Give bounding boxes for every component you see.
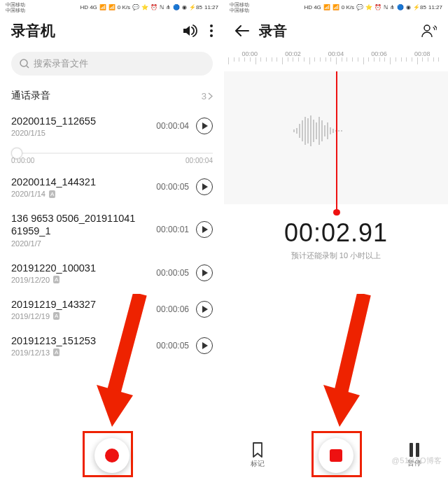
play-button[interactable] [196, 337, 213, 354]
annotation-arrow-icon [315, 294, 371, 434]
recording-title: 20200114_144321 [11, 176, 96, 188]
waveform-area[interactable] [224, 71, 448, 204]
svg-point-3 [20, 59, 27, 66]
recording-title: 20191219_143327 [11, 298, 96, 311]
watermark: @51CTO博客 [392, 456, 442, 466]
scrubber-thumb[interactable] [11, 148, 22, 159]
person-wave-icon[interactable] [421, 24, 437, 38]
play-button[interactable] [196, 221, 213, 238]
recording-date: 2020/1/7 [11, 239, 137, 248]
remaining-estimate: 预计还能录制 10 小时以上 [224, 250, 448, 261]
page-title: 录音 [259, 22, 412, 41]
svg-point-2 [210, 34, 213, 37]
svg-point-1 [210, 29, 213, 32]
bookmark-icon [251, 442, 264, 458]
recording-duration: 00:00:05 [156, 268, 189, 278]
recording-duration: 00:00:01 [156, 225, 189, 234]
svg-point-0 [210, 24, 213, 27]
recording-date: 2020/1/15 [11, 129, 96, 137]
pause-icon [410, 443, 419, 457]
recording-duration: 00:00:04 [156, 121, 189, 131]
play-button[interactable] [196, 264, 213, 281]
phone-left: 中国移动中国移动 HD 4G📶📶 0 K/s💬⭐⏰ℕ⋔🔵◉ ⚡8511:27 录… [0, 0, 224, 480]
status-bar: 中国移动中国移动 HD 4G📶📶 0 K/s💬⭐⏰ℕ⋔🔵◉ ⚡8511:27 [224, 0, 448, 14]
annotation-arrow-icon [91, 294, 147, 434]
timeline-ruler: 00:0000:0200:0400:0600:08 [224, 50, 448, 71]
recording-title: 20191213_151253 [11, 334, 96, 347]
back-icon[interactable] [235, 25, 249, 36]
search-input[interactable]: 搜索录音文件 [11, 52, 213, 76]
recording-item[interactable]: 136 9653 0506_20191104161959_1 2020/1/7 … [0, 205, 224, 254]
recording-item[interactable]: 20191220_100031 2019/12/20 A 00:00:05 [0, 255, 224, 291]
status-bar: 中国移动中国移动 HD 4G📶📶 0 K/s💬⭐⏰ℕ⋔🔵◉ ⚡8511:27 [0, 0, 224, 14]
recording-date: 2019/12/13 A [11, 348, 96, 357]
recording-title: 20191220_100031 [11, 262, 96, 274]
page-title: 录音机 [11, 21, 55, 41]
recording-date: 2019/12/19 A [11, 312, 96, 320]
recording-date: 2020/1/14 A [11, 190, 96, 198]
scrubber[interactable]: 0:00:0000:00:04 [0, 144, 224, 169]
phone-right: 中国移动中国移动 HD 4G📶📶 0 K/s💬⭐⏰ℕ⋔🔵◉ ⚡8511:27 录… [224, 0, 448, 480]
speaker-icon[interactable] [182, 24, 197, 37]
search-icon [20, 59, 29, 69]
play-button[interactable] [196, 178, 213, 195]
recording-duration: 00:00:06 [156, 304, 189, 314]
elapsed-time: 00:02.91 [224, 218, 448, 248]
recording-title: 136 9653 0506_20191104161959_1 [11, 212, 137, 237]
app-header: 录音机 [0, 14, 224, 48]
svg-line-4 [27, 66, 29, 68]
annotation-red-box [312, 431, 362, 477]
play-button[interactable] [196, 118, 213, 134]
annotation-red-box [83, 431, 133, 477]
mark-button[interactable]: 标记 [251, 442, 265, 469]
recording-title: 20200115_112655 [11, 115, 96, 127]
app-header: 录音 [224, 14, 448, 48]
section-call-recordings[interactable]: 通话录音 3 [0, 83, 224, 108]
recording-date: 2019/12/20 A [11, 276, 96, 284]
recording-item[interactable]: 20200114_144321 2020/1/14 A 00:00:05 [0, 169, 224, 205]
svg-point-5 [424, 25, 430, 31]
play-button[interactable] [196, 301, 213, 318]
recording-duration: 00:00:05 [156, 341, 189, 351]
recording-item[interactable]: 20200115_112655 2020/1/15 00:00:04 [0, 108, 224, 144]
recording-duration: 00:00:05 [156, 182, 189, 192]
playhead-indicator [336, 71, 337, 211]
chevron-right-icon [208, 92, 213, 100]
more-icon[interactable] [210, 24, 213, 37]
